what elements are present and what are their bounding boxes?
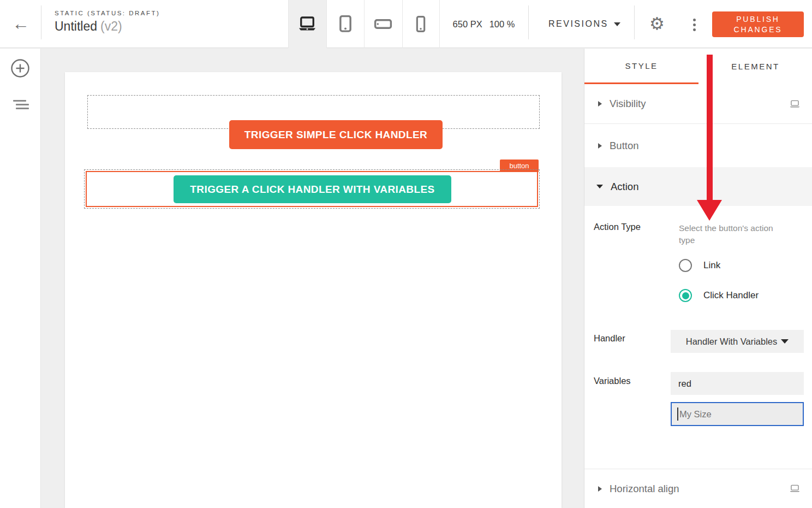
simple-click-handler-button[interactable]: TRIGGER SIMPLE CLICK HANDLER <box>229 120 443 149</box>
section-button[interactable]: Button <box>584 124 812 167</box>
variables-label: Variables <box>594 376 631 386</box>
device-tablet-icon[interactable] <box>326 0 365 48</box>
inspector-tabs: STYLE ELEMENT <box>584 49 812 84</box>
button-row-container[interactable]: TRIGGER SIMPLE CLICK HANDLER <box>87 95 540 129</box>
laptop-icon <box>789 485 801 493</box>
radio-option-link[interactable]: Link <box>679 259 720 272</box>
back-icon[interactable]: ← <box>8 13 34 35</box>
selected-element-tag-badge: button <box>500 160 539 172</box>
viewport-width-value: 650 PX <box>453 19 482 29</box>
chevron-down-icon <box>781 339 789 344</box>
annotation-arrow <box>707 55 713 200</box>
revisions-dropdown[interactable]: REVISIONS <box>548 0 620 48</box>
device-preview-switcher <box>288 0 440 48</box>
page-preview: TRIGGER SIMPLE CLICK HANDLER button TRIG… <box>65 72 562 508</box>
variables-click-handler-button[interactable]: TRIGGER A CLICK HANDLER WITH VARIABLES <box>174 175 451 203</box>
top-toolbar: ← STATIC (STATUS: DRAFT) Untitled(v2) <box>0 0 812 48</box>
handler-label: Handler <box>594 333 625 344</box>
page-title: Untitled(v2) <box>55 19 160 34</box>
chevron-down-icon <box>614 22 620 26</box>
add-element-icon[interactable] <box>10 58 30 78</box>
section-visibility[interactable]: Visibility <box>584 84 812 124</box>
kebab-menu-icon[interactable] <box>688 15 701 34</box>
viewport-zoom-info: 650 PX 100 % <box>439 0 528 48</box>
document-version: (v2) <box>100 19 122 33</box>
section-horizontal-align[interactable]: Horizontal align <box>584 469 812 508</box>
publish-changes-button[interactable]: PUBLISH CHANGES <box>712 11 804 37</box>
document-status: STATIC (STATUS: DRAFT) <box>55 10 160 16</box>
chevron-down-icon <box>596 185 603 188</box>
action-type-help-text: Select the button's action type <box>679 222 791 246</box>
chevron-right-icon <box>598 486 602 492</box>
zoom-level-value: 100 % <box>489 19 515 29</box>
radio-selected-icon[interactable] <box>679 289 692 302</box>
radio-unselected-icon[interactable] <box>679 259 692 272</box>
handler-select[interactable]: Handler With Variables <box>671 330 804 353</box>
device-laptop-icon[interactable] <box>288 0 326 48</box>
device-phone-portrait-icon[interactable] <box>402 0 440 48</box>
left-toolbar <box>0 49 41 508</box>
device-phone-landscape-icon[interactable] <box>364 0 402 48</box>
editor-canvas: TRIGGER SIMPLE CLICK HANDLER button TRIG… <box>41 49 584 508</box>
divider <box>634 5 635 39</box>
laptop-icon <box>789 100 801 108</box>
annotation-arrow-head <box>697 200 722 221</box>
chevron-right-icon <box>598 143 602 149</box>
variable-size-input[interactable] <box>671 402 804 426</box>
radio-option-click-handler[interactable]: Click Handler <box>679 289 759 302</box>
chevron-right-icon <box>598 101 602 107</box>
inspector-panel: STYLE ELEMENT Visibility Button Action A… <box>584 49 812 508</box>
text-cursor <box>677 407 678 421</box>
action-type-label: Action Type <box>594 222 641 232</box>
tab-style[interactable]: STYLE <box>584 49 698 84</box>
gear-icon[interactable]: ⚙ <box>646 13 668 35</box>
document-title-block: STATIC (STATUS: DRAFT) Untitled(v2) <box>55 10 160 34</box>
divider <box>41 5 41 39</box>
divider <box>528 5 529 39</box>
variable-value-input[interactable] <box>671 372 804 395</box>
tab-element[interactable]: ELEMENT <box>698 49 812 84</box>
layers-list-icon[interactable] <box>13 100 29 110</box>
